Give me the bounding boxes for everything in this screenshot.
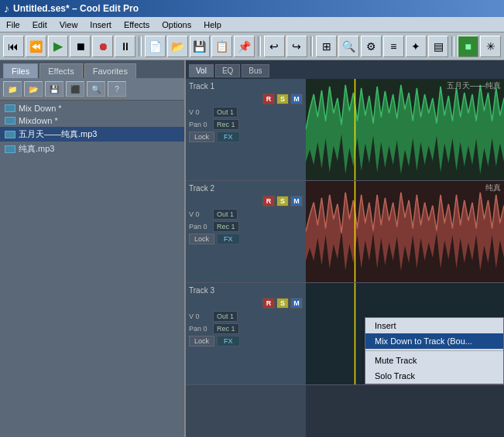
track3-s-btn[interactable]: S [276,298,289,309]
menu-view[interactable]: View [57,19,81,30]
menu-bar: File Edit View Insert Effects Options He… [0,17,504,32]
track2-s-btn[interactable]: S [276,196,289,207]
btn-stop[interactable]: ⏹ [70,36,91,57]
file-item-mixdown-star[interactable]: Mix Down * [0,102,184,114]
btn-redo[interactable]: ↪ [286,36,307,57]
menu-edit[interactable]: Edit [30,19,50,30]
btn-rewind[interactable]: ⏪ [26,36,46,57]
context-menu-mixdown[interactable]: Mix Down to Track (Bou... [365,333,503,349]
track1-fx-btn[interactable]: FX [217,131,240,142]
track3-pan-row: Pan 0 Rec 1 [189,323,303,334]
tab-bar: Files Effects Favorites [0,60,184,78]
track1-s-btn[interactable]: S [276,94,289,104]
file-item-wuyuetian[interactable]: 五月天——纯真.mp3 [0,127,184,142]
context-menu-mute[interactable]: Mute Track [365,353,503,368]
track2-pan-row: Pan 0 Rec 1 [189,221,303,232]
context-menu-solo[interactable]: Solo Track [365,368,503,384]
btn-paste[interactable]: 📌 [234,36,255,57]
track3-controls: Track 3 R S M V 0 Out 1 Pan 0 Rec 1 [186,283,306,385]
track1-vol-row: V 0 Out 1 [189,107,303,118]
menu-insert[interactable]: Insert [87,19,114,30]
file-btn-delete[interactable]: ⬛ [66,81,84,97]
track1-r-btn[interactable]: R [262,94,275,104]
toolbar-sep-2 [258,36,261,56]
track2-waveform[interactable]: 纯真 [306,181,504,283]
track2-rsm-buttons: R S M [189,196,303,207]
transport-tab-bus[interactable]: Bus [242,64,269,77]
btn-save[interactable]: 💾 [190,36,211,57]
file-btn-help[interactable]: ? [108,81,126,97]
track1-rsm-buttons: R S M [189,94,303,104]
track1-m-btn[interactable]: M [290,94,303,104]
file-item-mixdown2[interactable]: Mixdown * [0,114,184,127]
btn-eq[interactable]: ≡ [383,36,404,57]
tab-favorites[interactable]: Favorites [84,63,136,78]
track3-out-btn[interactable]: Out 1 [213,311,238,322]
btn-undo[interactable]: ↩ [264,36,285,57]
file-icon [5,117,15,125]
track2-vol-row: V 0 Out 1 [189,209,303,220]
track1-pan-row: Pan 0 Rec 1 [189,119,303,130]
file-btn-open[interactable]: 📁 [3,81,22,97]
menu-file[interactable]: File [4,19,22,30]
btn-skip-start[interactable]: ⏮ [3,36,24,57]
transport-tab-eq[interactable]: EQ [215,64,240,77]
menu-options[interactable]: Options [159,19,194,30]
track1-out-btn[interactable]: Out 1 [213,107,238,118]
context-menu-insert[interactable]: Insert [365,318,503,333]
track2-out-btn[interactable]: Out 1 [213,209,238,220]
file-btn-search[interactable]: 🔍 [87,81,105,97]
track3-r-btn[interactable]: R [262,298,275,309]
toolbar: ⏮ ⏪ ▶ ⏹ ⏺ ⏸ 📄 📂 💾 📋 📌 ↩ ↪ ⊞ 🔍 ⚙ ≡ ✦ ▤ ■ … [0,32,504,60]
track2-rec-btn[interactable]: Rec 1 [213,221,239,232]
menu-effects[interactable]: Effects [122,19,152,30]
track3-rec-btn[interactable]: Rec 1 [213,323,239,334]
btn-zoom[interactable]: 🔍 [338,36,359,57]
track2-fx-btn[interactable]: FX [217,234,240,244]
tab-effects[interactable]: Effects [39,63,82,78]
menu-help[interactable]: Help [201,19,224,30]
context-menu: Insert Mix Down to Track (Bou... Mute Tr… [365,317,504,384]
track2-lock-row: Lock FX [189,234,303,244]
track3-vol-row: V 0 Out 1 [189,311,303,322]
track1-waveform[interactable]: 五月天——纯真 [306,79,504,181]
btn-open[interactable]: 📂 [167,36,188,57]
btn-extra2[interactable]: ✳ [480,36,501,57]
tracks-area: Track 1 R S M V 0 Out 1 Pan 0 Rec 1 [186,79,504,437]
right-panel: Vol EQ Bus Track 1 R S M V 0 Out 1 [186,60,504,437]
track1-rec-btn[interactable]: Rec 1 [213,119,239,130]
track2-pan-label: Pan 0 [189,223,211,230]
btn-grid[interactable]: ⊞ [316,36,337,57]
title-bar: ♪ Untitled.ses* – Cool Edit Pro [0,0,504,17]
track3-lock-row: Lock FX [189,336,303,347]
btn-settings[interactable]: ⚙ [361,36,382,57]
btn-fx[interactable]: ✦ [406,36,427,57]
btn-play[interactable]: ▶ [48,36,69,57]
file-btn-save[interactable]: 💾 [45,81,63,97]
btn-new[interactable]: 📄 [145,36,166,57]
track1-pan-label: Pan 0 [189,121,211,128]
track2-lock-btn[interactable]: Lock [189,234,214,244]
btn-mixer[interactable]: ▤ [428,36,449,57]
track2-controls: Track 2 R S M V 0 Out 1 Pan 0 Rec 1 [186,181,306,283]
btn-pause[interactable]: ⏸ [115,36,135,57]
track2-r-btn[interactable]: R [262,196,275,207]
track3-lock-btn[interactable]: Lock [189,336,214,347]
file-btn-new[interactable]: 📂 [24,81,43,97]
track1-lock-btn[interactable]: Lock [189,131,214,142]
main-layout: Files Effects Favorites 📁 📂 💾 ⬛ 🔍 ? Mix … [0,60,504,437]
btn-copy[interactable]: 📋 [211,36,232,57]
btn-record[interactable]: ⏺ [92,36,113,57]
file-icon [5,131,15,138]
track3-pan-label: Pan 0 [189,325,211,333]
track3-fx-btn[interactable]: FX [217,336,240,347]
btn-extra1[interactable]: ■ [458,36,478,57]
tab-files[interactable]: Files [3,63,38,78]
transport-tab-vol[interactable]: Vol [189,64,214,77]
file-item-chunzhen[interactable]: 纯真.mp3 [0,142,184,156]
track1-controls: Track 1 R S M V 0 Out 1 Pan 0 Rec 1 [186,79,306,181]
track2-m-btn[interactable]: M [290,196,303,207]
track3-waveform[interactable]: Insert Mix Down to Track (Bou... Mute Tr… [306,283,504,385]
track3-m-btn[interactable]: M [290,298,303,309]
track3-vol-label: V 0 [189,312,211,320]
